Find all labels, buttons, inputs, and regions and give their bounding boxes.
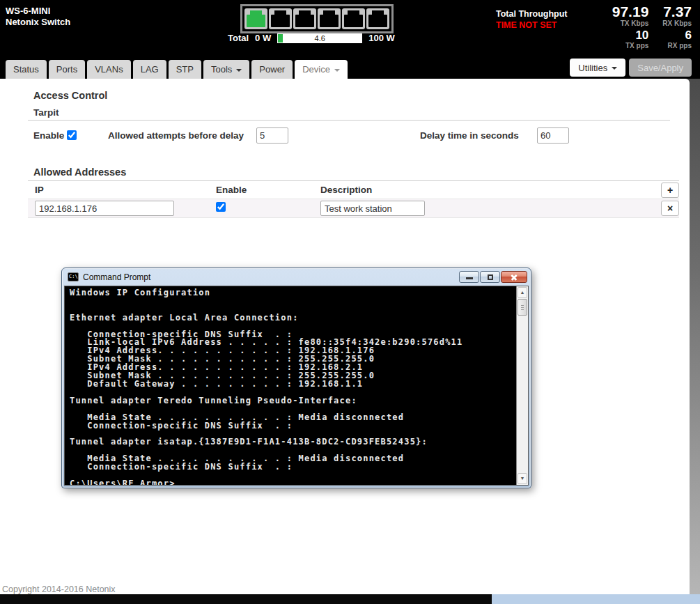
description-input[interactable]	[320, 201, 425, 216]
total-power-row: Total 0 W 4.6 100 W	[228, 33, 395, 43]
copyright-text: Copyright 2014-2016 Netonix	[2, 584, 116, 594]
close-button[interactable]	[501, 271, 527, 283]
port-status-panel	[240, 4, 394, 33]
allowed-addresses-title: Allowed Addresses	[33, 167, 126, 178]
bottom-taskbar-strip	[492, 594, 700, 604]
maximize-icon	[488, 274, 493, 280]
tab-vlans[interactable]: VLANs	[87, 60, 130, 79]
rx-pps-value: 6	[685, 29, 692, 42]
command-prompt-window: C:\ Command Prompt Windows IP Configurat…	[61, 268, 531, 488]
column-header-enable: Enable	[216, 185, 320, 195]
close-icon: ×	[667, 203, 673, 214]
remove-row-button[interactable]: ×	[661, 201, 679, 216]
power-max-label: 100 W	[368, 33, 395, 43]
delay-input[interactable]	[537, 127, 569, 144]
power-total-label: Total	[228, 33, 249, 43]
tx-kbps-value: 97.19	[612, 4, 649, 20]
command-prompt-titlebar[interactable]: C:\ Command Prompt	[64, 268, 529, 286]
tarpit-title: Tarpit	[33, 107, 59, 118]
rx-pps-label: RX pps	[668, 42, 692, 49]
delay-label: Delay time in seconds	[420, 130, 519, 141]
throughput-title: Total Throughput	[496, 9, 568, 19]
bottom-black-bar	[0, 594, 492, 604]
console-output: Windows IP Configuration Ethernet adapte…	[65, 286, 516, 485]
tx-pps-label: TX pps	[625, 42, 648, 49]
column-header-description: Description	[320, 185, 655, 195]
tx-kbps-label: TX Kbps	[621, 20, 649, 27]
tab-tools[interactable]: Tools	[203, 60, 249, 79]
scrollbar-thumb[interactable]	[518, 299, 527, 316]
tx-pps-value: 10	[635, 29, 648, 42]
port-indicator-6	[366, 8, 389, 29]
minimize-button[interactable]	[459, 271, 479, 283]
header: WS-6-MINI Netonix Switch Total 0 W 4.6 1…	[0, 0, 700, 79]
tab-power[interactable]: Power	[251, 60, 293, 79]
throughput-stats: 97.19 TX Kbps 10 TX pps 7.37 RX Kbps 6 R…	[612, 4, 692, 51]
tab-ports[interactable]: Ports	[49, 60, 85, 79]
divider	[28, 120, 670, 121]
port-indicator-4	[318, 8, 341, 29]
scroll-down-button[interactable]: ▼	[518, 473, 527, 484]
console-area: Windows IP Configuration Ethernet adapte…	[64, 286, 529, 486]
utilities-button[interactable]: Utilities	[570, 59, 625, 77]
port-indicator-1	[244, 8, 267, 29]
ip-input[interactable]	[35, 201, 174, 216]
port-indicator-2	[269, 8, 292, 29]
rx-kbps-value: 7.37	[663, 4, 692, 20]
add-row-button[interactable]: +	[661, 183, 679, 198]
caret-down-icon	[334, 69, 340, 72]
table-row: ×	[28, 199, 679, 218]
window-title: Command Prompt	[83, 272, 150, 282]
table-header-row: IP Enable Description +	[28, 180, 679, 199]
row-enable-checkbox[interactable]	[216, 202, 226, 212]
tarpit-form-row: Enable Allowed attempts before delay Del…	[0, 127, 690, 147]
power-current-value: 0 W	[255, 33, 271, 43]
device-tab-content: Access Control Tarpit Enable Allowed att…	[0, 79, 690, 594]
screen: WS-6-MINI Netonix Switch Total 0 W 4.6 1…	[0, 0, 700, 604]
time-not-set-warning: TIME NOT SET	[496, 20, 568, 30]
header-buttons: Utilities Save/Apply	[570, 59, 692, 77]
caret-down-icon	[236, 69, 242, 72]
scrollbar-grip-icon	[521, 305, 524, 310]
caret-down-icon	[612, 67, 617, 70]
window-controls	[459, 271, 527, 283]
rx-kbps-label: RX Kbps	[662, 20, 692, 27]
tab-status[interactable]: Status	[6, 60, 47, 79]
allowed-addresses-table: IP Enable Description + ×	[28, 180, 679, 218]
tab-stp[interactable]: STP	[169, 60, 201, 79]
attempts-label: Allowed attempts before delay	[108, 130, 244, 141]
port-indicator-3	[293, 8, 316, 29]
throughput-block: Total Throughput TIME NOT SET	[496, 9, 568, 30]
plus-icon: +	[667, 185, 673, 196]
power-bar: 4.6	[277, 33, 362, 43]
tab-bar: Status Ports VLANs LAG STP Tools Power D…	[6, 60, 350, 79]
console-scrollbar[interactable]: ▲ ▼	[516, 286, 528, 485]
save-apply-button[interactable]: Save/Apply	[629, 59, 692, 77]
maximize-button[interactable]	[480, 271, 500, 283]
cmd-icon: C:\	[68, 272, 79, 281]
scroll-up-button[interactable]: ▲	[518, 287, 527, 298]
port-indicator-5	[342, 8, 365, 29]
tab-device[interactable]: Device	[295, 60, 348, 79]
device-model: WS-6-MINI	[6, 6, 50, 16]
column-header-ip: IP	[28, 185, 216, 195]
tab-lag[interactable]: LAG	[133, 60, 166, 79]
bottom-edge	[0, 594, 700, 604]
device-name: Netonix Switch	[6, 17, 70, 27]
tarpit-enable-label: Enable	[33, 130, 64, 141]
power-bar-value: 4.6	[277, 33, 362, 43]
attempts-input[interactable]	[256, 127, 288, 144]
tarpit-enable-checkbox[interactable]	[67, 130, 77, 140]
minimize-icon	[466, 277, 473, 279]
access-control-title: Access Control	[33, 90, 107, 101]
